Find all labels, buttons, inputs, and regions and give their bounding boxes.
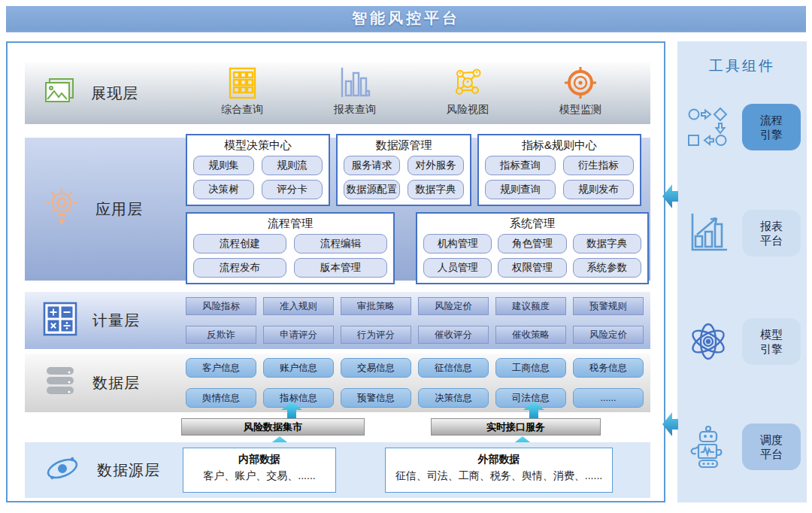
measure-chip[interactable]: 风险定价: [573, 326, 644, 344]
presentation-item-monitor[interactable]: 模型监测: [539, 65, 622, 117]
measure-chip[interactable]: 风险定价: [418, 297, 489, 315]
item-caption: 风险视图: [447, 103, 489, 117]
app-module-pill[interactable]: 指标查询: [485, 156, 556, 175]
app-module-pill[interactable]: 版本管理: [294, 258, 387, 278]
app-module-pill[interactable]: 规则发布: [563, 180, 634, 199]
network-icon: [451, 65, 484, 99]
internal-data-box: 内部数据 客户、账户、交易、......: [183, 448, 336, 493]
group-model-decision-center: 模型决策中心 规则集 规则流 决策树 评分卡: [186, 134, 330, 206]
app-module-pill[interactable]: 数据字典: [573, 234, 641, 253]
up-arrow-icon: [523, 402, 545, 418]
data-chips: 客户信息 账户信息 交易信息 征信信息 工商信息 税务信息 舆情信息 指标信息 …: [186, 358, 651, 408]
realtime-api-bar[interactable]: 实时接口服务: [431, 418, 601, 436]
tool-button[interactable]: 流程 引擎: [742, 104, 801, 150]
app-module-pill[interactable]: 数据字典: [408, 180, 464, 199]
data-chip[interactable]: 舆情信息: [186, 388, 256, 408]
group-system-management: 系统管理 机构管理 角色管理 数据字典 人员管理 权限管理 系统参数: [416, 212, 649, 284]
app-module-pill[interactable]: 评分卡: [262, 180, 323, 199]
application-groups: 模型决策中心 规则集 规则流 决策树 评分卡 数据源管理 服务请求 对外服务: [186, 134, 650, 284]
layer-measure: 计量层 风险指标 准入规则 审批策略 风险定价 建议额度 预警规则 反欺诈 申请…: [25, 292, 650, 349]
data-label-block: 数据层: [25, 365, 186, 401]
application-groups-row1: 模型决策中心 规则集 规则流 决策树 评分卡 数据源管理 服务请求 对外服务: [186, 134, 650, 206]
measure-chip[interactable]: 反欺诈: [186, 326, 256, 344]
data-chip[interactable]: ......: [573, 388, 644, 408]
tool-button[interactable]: 报表 平台: [742, 210, 801, 256]
app-module-pill[interactable]: 角色管理: [498, 234, 566, 253]
presentation-item-riskview[interactable]: 风险视图: [426, 65, 509, 117]
sidebar-item-process-engine[interactable]: 流程 引擎: [677, 104, 807, 150]
box-title: 外部数据: [392, 453, 606, 466]
measure-chip[interactable]: 行为评分: [341, 326, 411, 344]
database-icon: [43, 365, 77, 401]
measure-label-block: 计量层: [25, 302, 186, 339]
main-panel: 展现层 综合查询: [6, 41, 665, 502]
app-module-pill[interactable]: 规则集: [193, 156, 254, 175]
app-module-pill[interactable]: 数据源配置: [344, 180, 400, 199]
measure-chip[interactable]: 建议额度: [495, 297, 566, 315]
layer-data: 数据层 客户信息 账户信息 交易信息 征信信息 工商信息 税务信息 舆情信息 指…: [25, 354, 650, 412]
measure-chip[interactable]: 催收评分: [418, 326, 489, 344]
layer-name: 数据层: [92, 373, 140, 393]
group-title: 数据源管理: [344, 138, 464, 153]
app-module-pill[interactable]: 衍生指标: [563, 156, 634, 175]
measure-chip[interactable]: 申请评分: [263, 326, 334, 344]
app-module-pill[interactable]: 流程创建: [193, 234, 286, 253]
app-module-pill[interactable]: 权限管理: [498, 258, 566, 278]
data-chip[interactable]: 决策信息: [418, 388, 489, 408]
measure-chip[interactable]: 准入规则: [263, 297, 334, 315]
data-chip[interactable]: 账户信息: [263, 358, 334, 378]
app-module-pill[interactable]: 服务请求: [344, 156, 400, 175]
measure-chip[interactable]: 风险指标: [186, 297, 256, 315]
layer-application: 应用层 模型决策中心 规则集 规则流 决策树 评分卡 数据源管理: [25, 138, 650, 281]
data-chip[interactable]: 征信信息: [418, 358, 489, 378]
measure-chip[interactable]: 审批策略: [341, 297, 411, 315]
box-desc: 征信、司法、工商、税务、舆情、消费、......: [392, 469, 606, 483]
up-arrow-icon: [280, 402, 303, 418]
app-module-pill[interactable]: 规则流: [262, 156, 323, 175]
pictures-icon: [43, 77, 76, 110]
presentation-item-report[interactable]: 报表查询: [314, 65, 396, 117]
presentation-item-query[interactable]: 综合查询: [201, 65, 283, 117]
layer-datasource: 数据源层 内部数据 客户、账户、交易、...... 外部数据 征信、司法、工商、…: [25, 442, 650, 498]
measure-chip[interactable]: 预警规则: [573, 297, 644, 315]
external-data-box: 外部数据 征信、司法、工商、税务、舆情、消费、......: [385, 448, 613, 493]
risk-data-mart-bar[interactable]: 风险数据集市: [181, 418, 365, 436]
app-module-pill[interactable]: 流程编辑: [294, 234, 387, 253]
data-chip[interactable]: 税务信息: [573, 358, 644, 378]
app-module-pill[interactable]: 系统参数: [573, 258, 641, 278]
application-groups-row2: 流程管理 流程创建 流程编辑 流程发布 版本管理 系统管理 机构管理 角色管理: [186, 212, 650, 284]
tool-button[interactable]: 调度 平台: [742, 423, 801, 470]
application-label-block: 应用层: [25, 187, 186, 231]
target-icon: [564, 65, 597, 99]
calculator-icon: [43, 302, 77, 339]
datasource-label-block: 数据源层: [25, 451, 186, 489]
grid-icon: [229, 65, 256, 99]
sidebar-item-report-platform[interactable]: 报表 平台: [677, 210, 807, 256]
sidebar-item-scheduler-platform[interactable]: 调度 平台: [677, 423, 807, 470]
app-module-pill[interactable]: 规则查询: [485, 180, 556, 199]
presentation-items: 综合查询 报表查询: [186, 65, 650, 123]
app-module-pill[interactable]: 人员管理: [423, 258, 492, 278]
atom-icon: [685, 320, 732, 363]
sidebar-item-model-engine[interactable]: 模型 引擎: [677, 318, 807, 365]
app-module-pill[interactable]: 流程发布: [193, 258, 286, 278]
group-title: 流程管理: [193, 217, 387, 231]
tool-button[interactable]: 模型 引擎: [742, 318, 801, 365]
box-desc: 客户、账户、交易、......: [189, 469, 329, 483]
bar-chart-icon: [339, 65, 371, 99]
measure-chip[interactable]: 催收策略: [495, 326, 566, 344]
data-chip[interactable]: 预警信息: [341, 388, 411, 408]
group-process-management: 流程管理 流程创建 流程编辑 流程发布 版本管理: [186, 212, 395, 284]
flowchart-icon: [685, 107, 732, 147]
app-module-pill[interactable]: 机构管理: [423, 234, 492, 253]
bulb-gear-icon: [43, 187, 80, 231]
data-chip[interactable]: 交易信息: [341, 358, 411, 378]
item-caption: 综合查询: [221, 103, 263, 117]
data-chip[interactable]: 工商信息: [495, 358, 566, 378]
layer-name: 计量层: [92, 311, 140, 331]
app-module-pill[interactable]: 决策树: [193, 180, 254, 199]
box-title: 内部数据: [189, 453, 329, 466]
data-chip[interactable]: 客户信息: [186, 358, 256, 378]
app-module-pill[interactable]: 对外服务: [408, 156, 464, 175]
layer-name: 应用层: [95, 199, 143, 220]
